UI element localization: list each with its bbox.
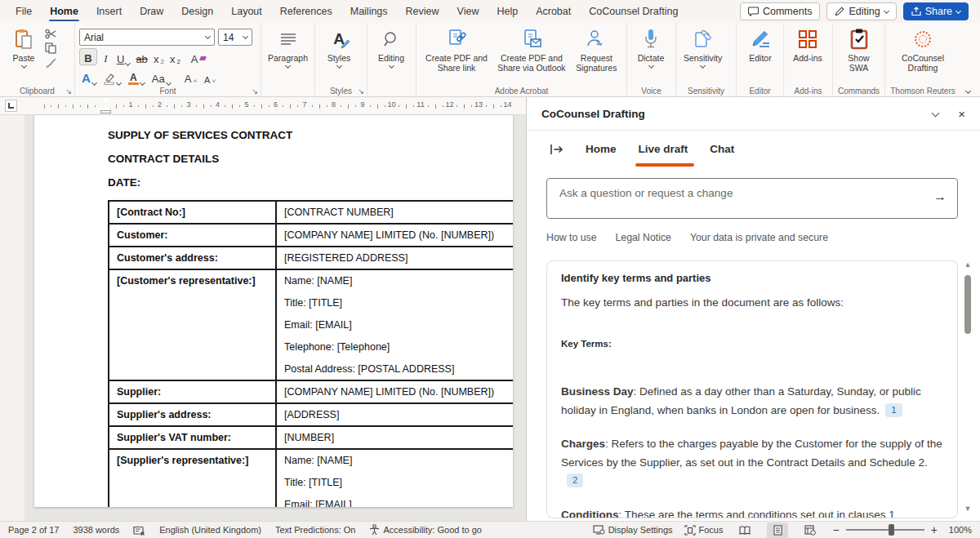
table-value-cell[interactable]: [ADDRESS] <box>276 403 513 426</box>
zoom-out-button[interactable]: − <box>832 523 839 536</box>
table-value-cell[interactable]: [REGISTERED ADDRESS] <box>276 247 513 269</box>
dictate-button[interactable]: Dictate <box>631 25 670 68</box>
proofing-errors-icon[interactable] <box>133 525 145 536</box>
table-value-cell[interactable]: [CONTRACT NUMBER] <box>276 201 513 224</box>
doc-heading[interactable]: CONTRACT DETAILS <box>108 153 513 165</box>
menu-item-help[interactable]: Help <box>488 0 527 23</box>
tab-home[interactable]: Home <box>586 143 617 157</box>
bold-button[interactable]: B <box>79 48 97 65</box>
comments-button[interactable]: Comments <box>740 2 820 20</box>
table-label-cell[interactable]: [Contract No:] <box>109 201 276 224</box>
doc-heading[interactable]: DATE: <box>108 176 513 189</box>
cocounsel-drafting-button[interactable]: CoCounsel Drafting <box>889 25 956 73</box>
how-to-use-link[interactable]: How to use <box>546 232 597 243</box>
panel-chevron-down-icon[interactable] <box>932 109 940 117</box>
zoom-level[interactable]: 100% <box>949 525 972 535</box>
table-label-cell[interactable]: Customer: <box>109 224 276 247</box>
menu-item-review[interactable]: Review <box>397 0 448 23</box>
menu-item-insert[interactable]: Insert <box>87 0 131 23</box>
citation-pill[interactable]: 2 <box>567 474 583 487</box>
strikethrough-button[interactable]: ab <box>133 48 149 65</box>
table-value-cell[interactable]: [COMPANY NAME] LIMITED (No. [NUMBER]) <box>276 380 513 403</box>
accessibility-status[interactable]: Accessibility: Good to go <box>369 524 481 536</box>
cut-button[interactable] <box>45 29 57 39</box>
clipboard-dialog-launcher-icon[interactable]: ↘ <box>65 87 72 96</box>
addins-button[interactable]: Add-ins <box>788 25 827 63</box>
tab-live-draft[interactable]: Live draft <box>639 143 688 157</box>
table-label-cell[interactable]: Supplier's address: <box>109 403 276 426</box>
table-label-cell[interactable]: [Supplier's representative:] <box>109 449 276 507</box>
create-pdf-share-link-button[interactable]: Create PDF and Share link <box>421 25 492 73</box>
horizontal-ruler[interactable]: 1234567891011121314 <box>0 97 526 115</box>
font-color-button[interactable]: A <box>126 68 147 85</box>
styles-button[interactable]: A Styles <box>319 25 359 68</box>
zoom-in-button[interactable]: + <box>931 523 938 536</box>
page-indicator[interactable]: Page 2 of 17 <box>8 525 59 535</box>
submit-arrow-icon[interactable]: → <box>933 189 947 204</box>
table-value-cell[interactable]: [NUMBER] <box>276 426 513 449</box>
sensitivity-button[interactable]: Sensitivity <box>680 25 725 68</box>
menu-item-view[interactable]: View <box>448 0 488 23</box>
show-swa-button[interactable]: Show SWA <box>837 25 880 73</box>
doc-heading[interactable]: SUPPLY OF SERVICES CONTRACT <box>108 129 513 141</box>
citation-pill[interactable]: 1 <box>885 403 902 417</box>
styles-dialog-launcher-icon[interactable]: ↘ <box>358 87 364 96</box>
table-value-cell[interactable]: Name: [NAME]Title: [TITLE]Email: [EMAIL]… <box>276 449 513 507</box>
editing-mode-button[interactable]: Editing <box>826 2 896 20</box>
share-button[interactable]: Share <box>903 2 969 20</box>
panel-close-icon[interactable]: × <box>958 107 965 121</box>
text-effects-button[interactable]: A <box>79 68 99 85</box>
hanging-indent-marker[interactable] <box>100 104 111 110</box>
menu-item-cocounsel-drafting[interactable]: CoCounsel Drafting <box>580 0 687 23</box>
paste-button[interactable]: Paste <box>4 25 43 68</box>
menu-item-acrobat[interactable]: Acrobat <box>527 0 580 23</box>
tab-stop-selector[interactable] <box>5 100 17 112</box>
document-page[interactable]: SUPPLY OF SERVICES CONTRACT CONTRACT DET… <box>34 115 513 507</box>
table-value-cell[interactable]: Name: [NAME]Title: [TITLE]Email: [EMAIL]… <box>276 269 513 380</box>
table-label-cell[interactable]: [Customer's representative:] <box>109 269 276 380</box>
zoom-slider[interactable] <box>846 529 924 531</box>
shrink-font-button[interactable]: A˅ <box>202 68 218 85</box>
font-dialog-launcher-icon[interactable]: ↘ <box>252 87 258 96</box>
ask-input[interactable] <box>546 178 958 219</box>
focus-button[interactable]: Focus <box>684 525 724 536</box>
create-pdf-share-outlook-button[interactable]: Create PDF and Share via Outlook <box>492 25 571 73</box>
clear-formatting-button[interactable]: A <box>189 48 208 65</box>
scroll-up-icon[interactable]: ▲ <box>964 260 972 269</box>
first-line-indent-marker[interactable] <box>100 98 111 104</box>
web-layout-button[interactable] <box>800 522 821 538</box>
table-label-cell[interactable]: Customer's address: <box>109 247 276 269</box>
font-name-select[interactable]: Arial <box>79 29 215 46</box>
editing-button[interactable]: Editing <box>372 25 411 68</box>
collapse-ribbon-icon[interactable] <box>965 88 971 94</box>
change-case-button[interactable]: Aa <box>149 68 173 85</box>
request-signatures-button[interactable]: x Request Signatures <box>571 25 622 73</box>
grow-font-button[interactable]: A˄ <box>182 68 199 85</box>
menu-item-mailings[interactable]: Mailings <box>341 0 397 23</box>
read-mode-button[interactable] <box>734 522 755 538</box>
menu-item-file[interactable]: File <box>7 0 41 23</box>
highlight-button[interactable] <box>101 68 123 85</box>
scroll-down-icon[interactable]: ▼ <box>964 505 972 513</box>
tab-chat[interactable]: Chat <box>710 143 734 157</box>
scrollbar-thumb[interactable] <box>964 275 971 334</box>
menu-item-design[interactable]: Design <box>172 0 222 23</box>
table-value-cell[interactable]: [COMPANY NAME] LIMITED (No. [NUMBER]) <box>276 224 513 247</box>
word-count[interactable]: 3938 words <box>73 525 119 535</box>
menu-item-draw[interactable]: Draw <box>131 0 172 23</box>
menu-item-references[interactable]: References <box>271 0 341 23</box>
display-settings-button[interactable]: Display Settings <box>593 525 673 535</box>
print-layout-button[interactable] <box>767 522 788 538</box>
font-size-select[interactable]: 14 <box>218 29 252 46</box>
subscript-button[interactable]: x2 <box>151 48 167 65</box>
zoom-slider-thumb[interactable] <box>889 524 894 536</box>
superscript-button[interactable]: x2 <box>167 48 183 65</box>
legal-notice-link[interactable]: Legal Notice <box>616 232 671 243</box>
card-scrollbar[interactable]: ▲ ▼ <box>963 260 973 513</box>
menu-item-home[interactable]: Home <box>41 0 87 23</box>
paragraph-button[interactable]: Paragraph <box>265 25 310 68</box>
table-label-cell[interactable]: Supplier: <box>109 380 276 403</box>
copy-button[interactable] <box>45 42 57 54</box>
menu-item-layout[interactable]: Layout <box>222 0 271 23</box>
table-label-cell[interactable]: Supplier's VAT number: <box>109 426 276 449</box>
